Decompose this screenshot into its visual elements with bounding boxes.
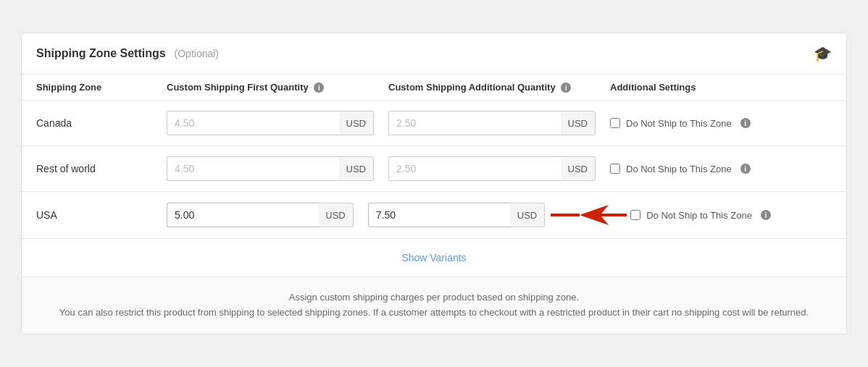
usa-first-qty-currency: USD <box>318 203 353 227</box>
canada-add-qty-input[interactable] <box>388 111 561 135</box>
usa-add-qty-input-group: USD <box>368 203 545 227</box>
canada-additional-settings: Do Not Ship to This Zone i <box>610 118 832 129</box>
canada-first-qty-currency: USD <box>339 111 374 135</box>
row-add-qty-group: USD <box>388 156 596 181</box>
table-header: Shipping Zone Custom Shipping First Quan… <box>22 75 846 101</box>
canada-do-not-ship-label: Do Not Ship to This Zone <box>626 118 732 129</box>
usa-do-not-ship-info-icon[interactable]: i <box>761 210 771 220</box>
show-variants-row: Show Variants <box>22 239 846 277</box>
usa-add-qty-currency: USD <box>510 203 545 227</box>
row-first-qty-input[interactable] <box>167 156 339 181</box>
row-first-qty-currency: USD <box>339 156 374 181</box>
row-add-qty-input[interactable] <box>388 156 561 181</box>
card-header: Shipping Zone Settings (Optional) 🎓 <box>22 33 846 75</box>
usa-do-not-ship-label: Do Not Ship to This Zone <box>646 210 752 221</box>
add-qty-info-icon[interactable]: i <box>561 83 571 93</box>
row-do-not-ship-checkbox[interactable] <box>610 164 620 174</box>
show-variants-button[interactable]: Show Variants <box>396 249 472 266</box>
first-qty-info-icon[interactable]: i <box>314 83 324 93</box>
col-header-add-qty: Custom Shipping Additional Quantity i <box>388 82 610 93</box>
shipping-zone-settings-card: Shipping Zone Settings (Optional) 🎓 Ship… <box>21 33 847 334</box>
row-do-not-ship-label: Do Not Ship to This Zone <box>626 164 732 174</box>
table-row: Rest of world USD USD Do Not Ship to Thi… <box>22 146 846 192</box>
table-row: USA USD USD Do Not Ship to This Zone i <box>22 192 846 239</box>
red-arrow-icon <box>543 202 630 228</box>
canada-first-qty-input[interactable] <box>167 111 339 135</box>
canada-do-not-ship-info-icon[interactable]: i <box>740 118 751 128</box>
row-do-not-ship-info-icon[interactable]: i <box>740 164 751 174</box>
zone-name-rest-of-world: Rest of world <box>36 163 167 174</box>
zone-name-canada: Canada <box>36 117 167 129</box>
canada-add-qty-group: USD <box>388 111 596 135</box>
usa-do-not-ship-checkbox[interactable] <box>630 210 640 220</box>
card-optional-label: (Optional) <box>175 48 219 59</box>
card-title-area: Shipping Zone Settings (Optional) <box>36 47 219 60</box>
row-first-qty-group: USD <box>167 156 374 181</box>
row-additional-settings: Do Not Ship to This Zone i <box>610 164 832 174</box>
usa-additional-settings: Do Not Ship to This Zone i <box>630 210 832 221</box>
usa-add-qty-input[interactable] <box>368 203 510 227</box>
usa-first-qty-group: USD <box>167 203 354 227</box>
footer-info: Assign custom shipping charges per produ… <box>22 277 846 334</box>
col-header-add-settings: Additional Settings <box>610 82 832 93</box>
usa-first-qty-input[interactable] <box>167 203 318 227</box>
canada-add-qty-currency: USD <box>561 111 596 135</box>
footer-line1: Assign custom shipping charges per produ… <box>36 290 832 305</box>
canada-do-not-ship-checkbox[interactable] <box>610 118 620 128</box>
col-header-first-qty: Custom Shipping First Quantity i <box>167 82 388 93</box>
zone-name-usa: USA <box>36 209 167 221</box>
col-header-zone: Shipping Zone <box>36 82 167 93</box>
footer-line2: You can also restrict this product from … <box>36 305 832 321</box>
usa-add-qty-arrow-group: USD <box>368 202 630 228</box>
graduation-cap-icon[interactable]: 🎓 <box>814 45 832 62</box>
card-title: Shipping Zone Settings <box>36 47 166 59</box>
canada-first-qty-group: USD <box>167 111 374 135</box>
table-row: Canada USD USD Do Not Ship to This Zone … <box>22 101 846 146</box>
row-add-qty-currency: USD <box>561 156 596 181</box>
svg-marker-0 <box>580 205 627 225</box>
